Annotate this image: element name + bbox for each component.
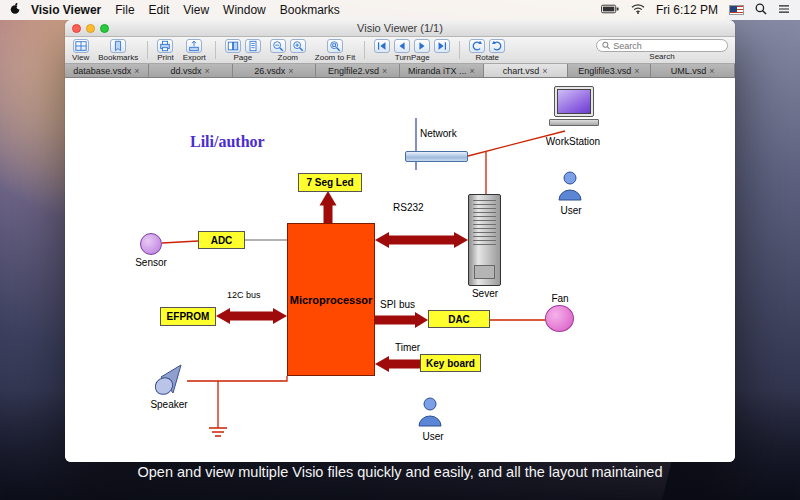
timer-label: Timer <box>395 342 420 353</box>
turnpage-group: TurnPage <box>374 38 450 62</box>
battery-icon[interactable] <box>601 3 620 18</box>
toolbar-search[interactable] <box>596 39 728 52</box>
spotlight-icon[interactable] <box>755 3 767 18</box>
wifi-icon[interactable] <box>631 3 645 17</box>
monitor-icon <box>554 86 594 117</box>
turnpage-label: TurnPage <box>395 53 430 62</box>
zoom-label: Zoom <box>278 53 298 62</box>
search-group: Search <box>596 38 728 62</box>
toolbar-separator <box>147 41 148 59</box>
speaker-icon <box>151 361 187 401</box>
notification-center-icon[interactable] <box>778 3 790 17</box>
menu-bar: Visio Viewer File Edit View Window Bookm… <box>0 0 800 20</box>
i2c-bus-label: 12C bus <box>227 290 261 300</box>
tab-dd-vsdx[interactable]: dd.vsdx× <box>149 64 233 77</box>
page-label: Page <box>233 53 252 62</box>
tab-uml-vsd[interactable]: UML.vsd× <box>651 64 735 77</box>
minimize-button[interactable] <box>86 24 95 33</box>
document-canvas[interactable]: Lili/author 7 Seg Led ADC EFPROM DAC Key… <box>65 78 735 462</box>
view-button[interactable]: View <box>72 38 89 62</box>
tab-englifile3-vsd[interactable]: Englifile3.vsd× <box>568 64 652 77</box>
toolbar-separator <box>459 41 460 59</box>
menu-app-name[interactable]: Visio Viewer <box>31 3 101 17</box>
server-label: Sever <box>463 288 507 299</box>
user-top-icon <box>557 170 583 206</box>
tab-close-icon[interactable]: × <box>470 66 475 76</box>
sensor-icon <box>140 233 162 255</box>
bookmark-icon <box>110 39 126 53</box>
arrow-cpu-server <box>388 236 454 245</box>
search-label: Search <box>649 52 674 61</box>
tab-close-icon[interactable]: × <box>288 66 293 76</box>
tab-close-icon[interactable]: × <box>205 66 210 76</box>
workstation-label: WorkStation <box>523 136 623 147</box>
first-page-icon[interactable] <box>374 39 390 53</box>
adc-shape: ADC <box>198 231 245 249</box>
tab-bar: database.vsdx× dd.vsdx× 26.vsdx× Englfil… <box>65 64 735 78</box>
toolbar: View Bookmarks Print Export <box>65 37 735 64</box>
dac-shape: DAC <box>428 310 490 328</box>
keyboard-shape: Key board <box>420 354 481 372</box>
zoom-group: Zoom <box>270 38 306 62</box>
zoom-to-fit-button[interactable]: Zoom to Fit <box>315 38 355 62</box>
last-page-icon[interactable] <box>434 39 450 53</box>
print-button[interactable]: Print <box>157 38 173 62</box>
rotate-right-icon[interactable] <box>489 39 505 53</box>
one-page-icon[interactable] <box>245 39 261 53</box>
bookmarks-button[interactable]: Bookmarks <box>98 38 138 62</box>
search-input[interactable] <box>613 41 722 51</box>
rotate-label: Rotate <box>475 53 499 62</box>
microprocessor-shape: Microprocessor <box>287 223 375 376</box>
tab-close-icon[interactable]: × <box>634 66 639 76</box>
user-top-label: User <box>551 205 591 216</box>
tab-miranda-itx[interactable]: Miranda iTX ...× <box>400 64 484 77</box>
tab-close-icon[interactable]: × <box>134 66 139 76</box>
export-button[interactable]: Export <box>183 38 206 62</box>
network-label: Network <box>420 128 457 139</box>
input-language-flag-icon[interactable] <box>729 5 744 15</box>
zoom-in-icon[interactable] <box>290 39 306 53</box>
desktop: Visio Viewer File Edit View Window Bookm… <box>0 0 800 500</box>
next-page-icon[interactable] <box>414 39 430 53</box>
zoom-window-button[interactable] <box>100 24 109 33</box>
zoom-to-fit-label: Zoom to Fit <box>315 53 355 62</box>
network-bar-shape <box>405 151 468 162</box>
server-icon <box>468 194 501 286</box>
menu-item-view[interactable]: View <box>183 3 209 17</box>
view-icon <box>73 39 89 53</box>
tab-26-vsdx[interactable]: 26.vsdx× <box>233 64 317 77</box>
keyboard-icon <box>549 119 599 126</box>
menu-item-edit[interactable]: Edit <box>149 3 170 17</box>
toolbar-separator <box>364 41 365 59</box>
zoom-out-icon[interactable] <box>270 39 286 53</box>
menu-item-file[interactable]: File <box>115 3 134 17</box>
tab-chart-vsd[interactable]: chart.vsd× <box>484 64 568 77</box>
wire-sensor-adc <box>162 241 198 243</box>
tab-englfile2-vsd[interactable]: Englfile2.vsd× <box>316 64 400 77</box>
bookmarks-label: Bookmarks <box>98 53 138 62</box>
export-icon <box>186 39 202 53</box>
speaker-label: Speaker <box>133 399 205 410</box>
previous-page-icon[interactable] <box>394 39 410 53</box>
visio-viewer-window: Visio Viewer (1/1) View Bookmarks <box>65 20 735 462</box>
tab-close-icon[interactable]: × <box>709 66 714 76</box>
menu-item-bookmarks[interactable]: Bookmarks <box>280 3 340 17</box>
tab-close-icon[interactable]: × <box>382 66 387 76</box>
arrow-cpu-dac <box>375 316 416 325</box>
toolbar-separator <box>215 41 216 59</box>
rotate-left-icon[interactable] <box>469 39 485 53</box>
two-page-icon[interactable] <box>225 39 241 53</box>
fan-label: Fan <box>541 293 579 304</box>
arrow-keyboard-cpu <box>388 360 420 369</box>
menu-clock[interactable]: Fri 6:12 PM <box>656 3 718 17</box>
window-title: Visio Viewer (1/1) <box>357 22 443 34</box>
page-group: Page <box>225 38 261 62</box>
ground-symbol <box>209 428 227 436</box>
tab-database-vsdx[interactable]: database.vsdx× <box>65 64 149 77</box>
window-titlebar[interactable]: Visio Viewer (1/1) <box>65 20 735 37</box>
menu-item-window[interactable]: Window <box>223 3 266 17</box>
arrow-cpu-segled <box>324 205 333 223</box>
apple-menu-icon[interactable] <box>10 2 21 18</box>
close-button[interactable] <box>72 24 81 33</box>
tab-close-icon[interactable]: × <box>542 66 547 76</box>
